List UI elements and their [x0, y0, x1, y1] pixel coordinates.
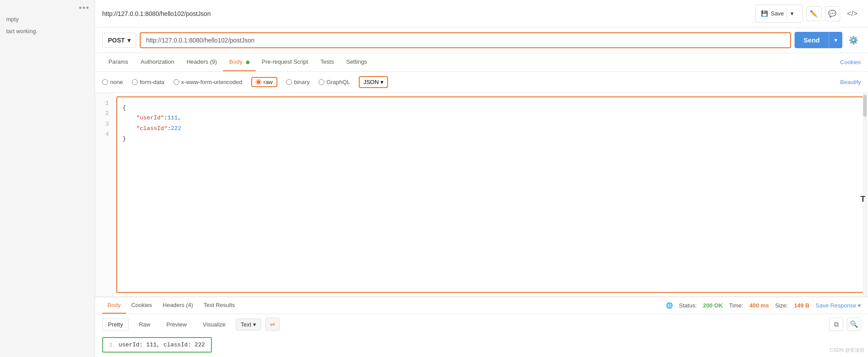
- response-tab-test-results[interactable]: Test Results: [198, 297, 240, 314]
- response-line-box: 1 userId: 111, classId: 222: [102, 337, 212, 353]
- save-dropdown-arrow[interactable]: ▾: [787, 8, 797, 19]
- line-num-1: 1: [102, 98, 109, 108]
- json-format-arrow: ▾: [380, 79, 384, 85]
- code-body[interactable]: { "userId" : 111 , "classId" : 222: [116, 96, 864, 293]
- response-status-row: 🌐 Status: 200 OK Time: 400 ms Size: 149 …: [666, 302, 861, 309]
- fmt-preview[interactable]: Preview: [161, 319, 192, 330]
- response-tab-headers[interactable]: Headers (4): [157, 297, 199, 314]
- indent-2: [123, 113, 136, 123]
- val-userId: 111: [167, 113, 177, 123]
- colon-2: :: [167, 123, 171, 134]
- status-label: Status:: [679, 302, 697, 309]
- tab-authorization[interactable]: Authorization: [134, 53, 181, 71]
- method-select[interactable]: POST ▾: [102, 33, 136, 48]
- key-classId: "classId": [136, 123, 167, 134]
- url-input[interactable]: http://127.0.0.1:8080/hello102/postJson: [140, 32, 791, 48]
- scrollbar-t-icon: T: [860, 195, 865, 204]
- pencil-icon-button[interactable]: ✏️: [807, 6, 822, 21]
- code-line-1: {: [123, 103, 858, 113]
- code-line-3: "classId" : 222: [123, 123, 858, 134]
- comment-icon: 💬: [828, 10, 837, 18]
- cookies-link[interactable]: Cookies: [840, 59, 861, 65]
- beautify-link[interactable]: Beautify: [840, 79, 861, 85]
- filter-icon-button[interactable]: ⇌: [265, 318, 280, 331]
- fmt-visualize[interactable]: Visualize: [197, 319, 231, 330]
- comment-icon-button[interactable]: 💬: [825, 6, 840, 21]
- sidebar: mpty tart working.: [0, 0, 95, 357]
- body-options-row: none form-data x-www-form-urlencoded raw…: [95, 72, 868, 92]
- copy-response-button[interactable]: ⧉: [829, 318, 843, 331]
- sidebar-menu-dots[interactable]: [0, 4, 95, 13]
- response-line-content: userId: 111, classId: 222: [119, 342, 205, 348]
- method-label: POST: [108, 37, 125, 44]
- line-num-4: 4: [102, 129, 109, 139]
- pencil-icon: ✏️: [810, 10, 818, 18]
- search-response-button[interactable]: 🔍: [847, 318, 861, 331]
- indent-3: [123, 123, 136, 134]
- body-option-form-data[interactable]: form-data: [132, 79, 165, 85]
- response-tabs-row: Body Cookies Headers (4) Test Results 🌐 …: [95, 297, 868, 314]
- time-label: Time:: [729, 302, 743, 309]
- json-format-select[interactable]: JSON ▾: [359, 76, 388, 88]
- save-button[interactable]: 💾 Save ▾: [755, 4, 803, 23]
- body-option-raw-label: raw: [264, 79, 273, 85]
- search-icon: 🔍: [850, 320, 858, 328]
- response-line-num: 1: [109, 342, 112, 348]
- scrollbar-thumb: [863, 95, 867, 117]
- body-option-urlencoded[interactable]: x-www-form-urlencoded: [173, 79, 242, 85]
- tab-headers[interactable]: Headers (9): [181, 53, 223, 71]
- request-tabs: Params Authorization Headers (9) Body Pr…: [95, 53, 868, 72]
- tab-params[interactable]: Params: [102, 53, 134, 71]
- code-editor: 1 2 3 4 { "userId" : 111 ,: [95, 92, 868, 296]
- body-option-urlencoded-label: x-www-form-urlencoded: [181, 79, 242, 85]
- response-format-row: Pretty Raw Preview Visualize Text ▾ ⇌ ⧉: [95, 314, 868, 334]
- watermark: CSDN @安读容: [830, 347, 864, 353]
- gear-icon-button[interactable]: ⚙️: [846, 33, 861, 48]
- top-bar: http://127.0.0.1:8080/hello102/postJson …: [95, 0, 868, 27]
- tab-pre-request-script[interactable]: Pre-request Script: [256, 53, 315, 71]
- line-num-3: 3: [102, 119, 109, 129]
- size-label: Size:: [775, 302, 788, 309]
- close-brace: }: [123, 134, 126, 144]
- colon-1: :: [164, 113, 168, 123]
- response-content: 1 userId: 111, classId: 222: [95, 334, 868, 357]
- send-button[interactable]: Send ▾: [795, 32, 842, 48]
- body-active-dot: [246, 61, 250, 64]
- body-option-none[interactable]: none: [102, 79, 123, 85]
- top-bar-actions: 💾 Save ▾ ✏️ 💬 </>: [755, 4, 861, 23]
- body-option-raw[interactable]: raw: [251, 77, 277, 87]
- text-format-select[interactable]: Text ▾: [236, 319, 261, 330]
- gear-icon: ⚙️: [849, 36, 858, 45]
- status-value: 200 OK: [703, 302, 723, 309]
- body-option-graphql[interactable]: GraphQL: [319, 79, 350, 85]
- copy-icon: ⧉: [834, 320, 839, 328]
- line-numbers: 1 2 3 4: [95, 93, 113, 296]
- body-option-none-label: none: [110, 79, 123, 85]
- response-area: Body Cookies Headers (4) Test Results 🌐 …: [95, 296, 868, 357]
- fmt-pretty[interactable]: Pretty: [102, 319, 129, 330]
- response-tab-cookies[interactable]: Cookies: [126, 297, 157, 314]
- body-option-binary[interactable]: binary: [286, 79, 310, 85]
- send-dropdown-arrow[interactable]: ▾: [829, 33, 842, 48]
- editor-scrollbar[interactable]: T: [863, 93, 867, 296]
- text-format-label: Text: [241, 321, 251, 328]
- tab-tests[interactable]: Tests: [314, 53, 340, 71]
- size-value: 149 B: [794, 302, 810, 309]
- save-label: Save: [771, 10, 784, 17]
- request-area: POST ▾ http://127.0.0.1:8080/hello102/po…: [95, 27, 868, 53]
- code-line-4: }: [123, 134, 858, 144]
- code-button[interactable]: </>: [844, 8, 861, 19]
- body-option-binary-label: binary: [294, 79, 310, 85]
- tab-settings[interactable]: Settings: [340, 53, 373, 71]
- tab-body[interactable]: Body: [223, 53, 255, 71]
- save-response-arrow: ▾: [858, 302, 861, 309]
- body-option-form-data-label: form-data: [140, 79, 165, 85]
- text-format-arrow: ▾: [253, 321, 256, 328]
- main-panel: http://127.0.0.1:8080/hello102/postJson …: [95, 0, 868, 357]
- globe-icon: 🌐: [666, 302, 673, 309]
- save-response-link[interactable]: Save Response ▾: [816, 302, 861, 309]
- send-button-label: Send: [795, 32, 829, 48]
- response-tab-body[interactable]: Body: [102, 297, 126, 314]
- fmt-raw[interactable]: Raw: [133, 319, 156, 330]
- key-userId: "userId": [136, 113, 164, 123]
